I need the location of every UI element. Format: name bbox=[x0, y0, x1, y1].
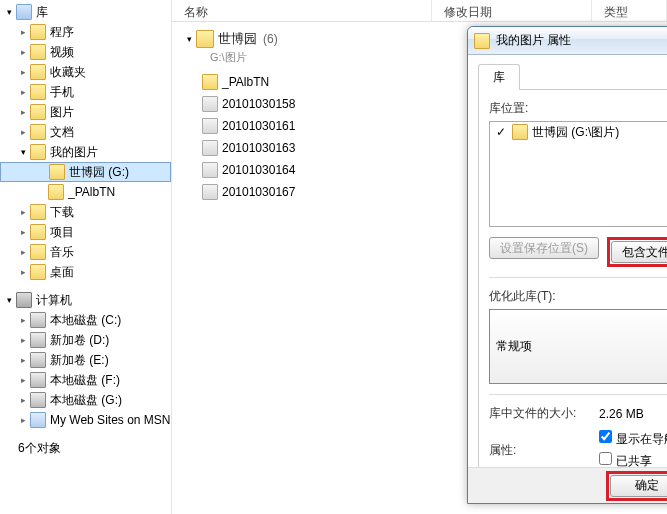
optimize-label: 优化此库(T): bbox=[489, 288, 667, 305]
locations-listbox[interactable]: ✓ 世博园 (G:\图片) bbox=[489, 121, 667, 227]
set-save-location-button: 设置保存位置(S) bbox=[489, 237, 599, 259]
include-folder-button[interactable]: 包含文件夹(I)... bbox=[611, 241, 667, 263]
location-label: 库位置: bbox=[489, 100, 667, 117]
nav-libraries[interactable]: ▾库 bbox=[0, 2, 171, 22]
dialog-titlebar[interactable]: 我的图片 属性 ✕ bbox=[468, 27, 667, 55]
nav-drive-f[interactable]: ▸本地磁盘 (F:) bbox=[0, 370, 171, 390]
nav-drive-c[interactable]: ▸本地磁盘 (C:) bbox=[0, 310, 171, 330]
nav-item-projects[interactable]: ▸项目 bbox=[0, 222, 171, 242]
tab-library[interactable]: 库 bbox=[478, 64, 520, 90]
nav-item-videos[interactable]: ▸视频 bbox=[0, 42, 171, 62]
properties-dialog: 我的图片 属性 ✕ 库 库位置: ✓ 世博园 (G:\图片) bbox=[467, 26, 667, 504]
ok-button[interactable]: 确定 bbox=[610, 475, 667, 497]
nav-item-downloads[interactable]: ▸下载 bbox=[0, 202, 171, 222]
nav-item-phone[interactable]: ▸手机 bbox=[0, 82, 171, 102]
nav-item-pictures[interactable]: ▸图片 bbox=[0, 102, 171, 122]
dialog-title: 我的图片 属性 bbox=[496, 32, 571, 49]
optimize-select[interactable]: 常规项▼ bbox=[489, 309, 667, 384]
shared-checkbox[interactable] bbox=[599, 452, 612, 465]
highlight-include: 包含文件夹(I)... bbox=[607, 237, 667, 267]
attributes-label: 属性: bbox=[489, 442, 599, 459]
location-row[interactable]: ✓ 世博园 (G:\图片) bbox=[490, 122, 667, 142]
nav-item-expo[interactable]: ▸世博园 (G:) bbox=[0, 162, 171, 182]
size-value: 2.26 MB bbox=[599, 407, 644, 421]
tab-strip[interactable]: 库 bbox=[478, 63, 667, 90]
nav-item-favorites[interactable]: ▸收藏夹 bbox=[0, 62, 171, 82]
nav-item-documents[interactable]: ▸文档 bbox=[0, 122, 171, 142]
col-date[interactable]: 修改日期 bbox=[432, 0, 592, 21]
nav-item-mypictures[interactable]: ▾我的图片 bbox=[0, 142, 171, 162]
folder-icon bbox=[512, 124, 528, 140]
col-type[interactable]: 类型 bbox=[592, 0, 667, 21]
nav-tree[interactable]: ▾库 ▸程序 ▸视频 ▸收藏夹 ▸手机 ▸图片 ▸文档 ▾我的图片 ▸世博园 (… bbox=[0, 0, 172, 514]
nav-drive-d[interactable]: ▸新加卷 (D:) bbox=[0, 330, 171, 350]
folder-icon bbox=[474, 33, 490, 49]
nav-drive-e[interactable]: ▸新加卷 (E:) bbox=[0, 350, 171, 370]
nav-item-programs[interactable]: ▸程序 bbox=[0, 22, 171, 42]
nav-web[interactable]: ▸My Web Sites on MSN bbox=[0, 410, 171, 430]
column-headers[interactable]: 名称 修改日期 类型 bbox=[172, 0, 667, 22]
nav-drive-g[interactable]: ▸本地磁盘 (G:) bbox=[0, 390, 171, 410]
nav-item-palbtn[interactable]: ▸_PAlbTN bbox=[0, 182, 171, 202]
size-label: 库中文件的大小: bbox=[489, 405, 599, 422]
nav-item-music[interactable]: ▸音乐 bbox=[0, 242, 171, 262]
show-in-nav-checkbox[interactable] bbox=[599, 430, 612, 443]
nav-status: 6个对象 bbox=[0, 438, 171, 458]
col-name[interactable]: 名称 bbox=[172, 0, 432, 21]
highlight-ok: 确定 bbox=[606, 471, 667, 501]
nav-item-desktop[interactable]: ▸桌面 bbox=[0, 262, 171, 282]
main-pane: 名称 修改日期 类型 ▾ 世博园 (6) G:\图片 _PAlbTN 20101… bbox=[172, 0, 667, 514]
nav-computer[interactable]: ▾计算机 bbox=[0, 290, 171, 310]
check-icon: ✓ bbox=[496, 125, 506, 139]
